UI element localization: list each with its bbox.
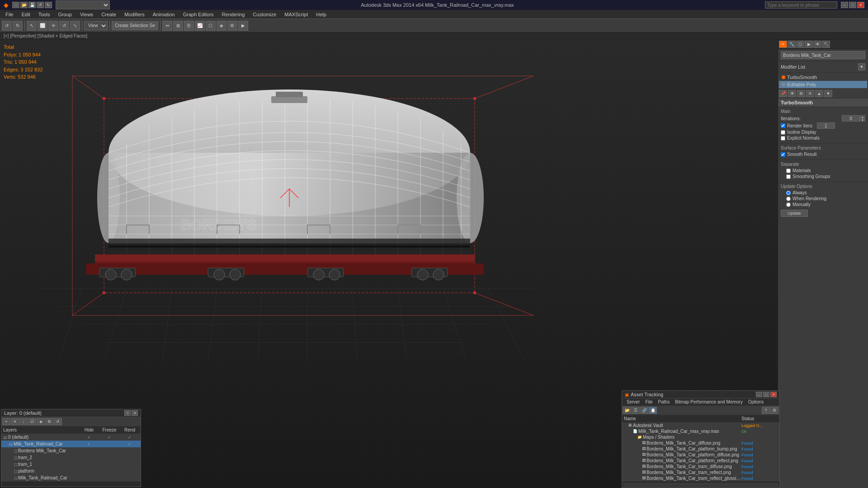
isoline-checkbox[interactable] (781, 130, 785, 135)
asset-tb-help[interactable]: ? (762, 407, 770, 414)
render-btn[interactable]: ▶ (238, 21, 248, 31)
layer-row-platform[interactable]: ◻ platform (1, 468, 141, 474)
layer-row-bordens[interactable]: ◻ Bordens Milk_Tank_Car (1, 447, 141, 454)
select-region-btn[interactable]: ⬜ (38, 21, 47, 31)
menu-file[interactable]: File (2, 11, 17, 18)
layer-help-btn[interactable]: ? (124, 410, 131, 416)
asset-menu-options[interactable]: Options (745, 399, 766, 405)
asset-maximize-btn[interactable]: □ (763, 392, 769, 397)
asset-row-platform-bump[interactable]: 🖼 Bordens_Milk_Tank_Car_platform_bump.pn… (622, 446, 779, 452)
menu-customize[interactable]: Customize (249, 11, 280, 18)
asset-row-tram-diffuse[interactable]: 🖼 Bordens_Milk_Tank_Car_tram_diffuse.png… (622, 464, 779, 469)
save-btn[interactable]: 💾 (28, 2, 36, 8)
menu-modifiers[interactable]: Modifiers (121, 11, 148, 18)
menu-edit[interactable]: Edit (18, 11, 34, 18)
menu-rendering[interactable]: Rendering (218, 11, 249, 18)
workspace-select[interactable] (56, 0, 110, 9)
move-btn[interactable]: ✛ (48, 21, 58, 31)
layer-delete-btn[interactable]: ✕ (11, 418, 19, 425)
asset-row-diffuse[interactable]: 🖼 Bordens_Milk_Tank_Car_diffuse.png Foun… (622, 440, 779, 446)
render-setup-btn[interactable]: ⚙ (227, 21, 237, 31)
always-radio[interactable] (786, 191, 791, 195)
asset-tb-2[interactable]: ☰ (632, 407, 640, 414)
smoothing-groups-checkbox[interactable] (786, 174, 791, 179)
iterations-input[interactable] (842, 115, 860, 122)
modifier-turbosmooth[interactable]: TurboSmooth (779, 74, 867, 81)
asset-menu-server[interactable]: Server (624, 399, 642, 405)
layer-row-default[interactable]: 🗂 0 (default) ✓ ✓ ✓ (1, 434, 141, 441)
asset-tb-1[interactable]: 📂 (623, 407, 631, 414)
menu-help[interactable]: Help (312, 11, 330, 18)
redo-btn[interactable]: ↻ (45, 2, 52, 8)
asset-row-tram-glossiness[interactable]: 🖼 Bordens_Milk_Tank_Car_tram_reflect_glo… (622, 475, 779, 481)
schematic-btn[interactable]: ⬡ (206, 21, 216, 31)
mod-delete-icon[interactable]: ✕ (806, 90, 814, 97)
smooth-result-checkbox[interactable] (781, 152, 785, 157)
asset-tb-3[interactable]: 🔗 (640, 407, 648, 414)
mod-show-icon[interactable]: 👁 (788, 90, 796, 97)
undo-btn[interactable]: ↺ (37, 2, 44, 8)
menu-animation[interactable]: Animation (149, 11, 179, 18)
asset-menu-file[interactable]: File (642, 399, 655, 405)
menu-create[interactable]: Create (98, 11, 120, 18)
rpanel-modify-icon[interactable]: 🔧 (788, 41, 796, 48)
layer-row-milk-tank2[interactable]: ◻ Milk_Tank_Railroad_Car (1, 474, 141, 481)
asset-row-maps[interactable]: 📁 Maps / Shaders (622, 434, 779, 440)
asset-menu-paths[interactable]: Paths (656, 399, 673, 405)
rpanel-create-icon[interactable]: + (779, 41, 787, 48)
mod-move-down-icon[interactable]: ▼ (824, 90, 832, 97)
layer-refresh-btn[interactable]: ↺ (54, 418, 62, 425)
align-btn[interactable]: ⊞ (173, 21, 183, 31)
asset-row-maxfile[interactable]: 📄 Milk_Tank_Railroad_Car_max_vray.max Ok (622, 428, 779, 434)
layer-mgr-btn[interactable]: ☰ (184, 21, 194, 31)
modifier-editablepoly[interactable]: Editable Poly (779, 81, 867, 88)
create-selection-btn[interactable]: Create Selection Se (112, 21, 158, 30)
asset-menu-bitmap[interactable]: Bitmap Performance and Memory (672, 399, 745, 405)
open-btn[interactable]: 📂 (20, 2, 28, 8)
mod-pin-icon[interactable]: 📌 (779, 90, 787, 97)
layer-close-btn[interactable]: ✕ (132, 410, 138, 416)
menu-views[interactable]: Views (76, 11, 97, 18)
layer-properties-btn[interactable]: ⚙ (45, 418, 53, 425)
minimize-btn[interactable]: – (841, 2, 848, 8)
view-select[interactable]: View (84, 21, 108, 30)
modifier-dropdown-btn[interactable]: ▼ (858, 63, 865, 70)
mod-config-icon[interactable]: ⚙ (797, 90, 805, 97)
rpanel-hierarchy-icon[interactable]: ⬡ (796, 41, 804, 48)
asset-row-platform-diffuse[interactable]: 🖼 Bordens_Milk_Tank_Car_platform_diffuse… (622, 452, 779, 458)
layer-add-sel-btn[interactable]: ↓ (19, 418, 28, 425)
asset-row-platform-reflect[interactable]: 🖼 Bordens_Milk_Tank_Car_platform_reflect… (622, 458, 779, 464)
mirror-btn[interactable]: ⇔ (162, 21, 172, 31)
undo-toolbar-btn[interactable]: ↺ (2, 21, 12, 31)
iterations-down[interactable]: ▼ (860, 118, 865, 122)
redo-toolbar-btn[interactable]: ↻ (13, 21, 23, 31)
layer-scrollbar-h[interactable] (1, 481, 141, 487)
rpanel-display-icon[interactable]: 👁 (813, 41, 821, 48)
menu-tools[interactable]: Tools (35, 11, 54, 18)
explicit-normals-checkbox[interactable] (781, 136, 785, 141)
materials-checkbox[interactable] (786, 169, 791, 173)
asset-tb-settings[interactable]: ⚙ (770, 407, 778, 414)
layer-row-milk-tank[interactable]: 🗂 Milk_Tank_Railroad_Car ✓ ✓ (1, 441, 141, 447)
scale-btn[interactable]: ⤡ (70, 21, 80, 31)
asset-minimize-btn[interactable]: – (756, 392, 762, 397)
menu-maxscript[interactable]: MAXScript (281, 11, 311, 18)
rpanel-motion-icon[interactable]: ▶ (805, 41, 813, 48)
new-btn[interactable]: □ (12, 2, 19, 8)
asset-close-btn[interactable]: ✕ (770, 392, 777, 397)
layer-row-tram2[interactable]: ◻ tram_2 (1, 454, 141, 461)
curve-editor-btn[interactable]: 📈 (195, 21, 205, 31)
update-btn[interactable]: Update (781, 210, 808, 217)
mod-move-up-icon[interactable]: ▲ (815, 90, 823, 97)
select-btn[interactable]: ↖ (27, 21, 37, 31)
rotate-btn[interactable]: ↺ (59, 21, 69, 31)
object-name-input[interactable] (781, 51, 865, 59)
when-rendering-radio[interactable] (786, 197, 791, 201)
iterations-spinner[interactable]: ▲ ▼ (860, 115, 865, 122)
manually-radio[interactable] (786, 202, 791, 207)
asset-row-vault[interactable]: 🏛 Autodesk Vault Logged O... (622, 422, 779, 428)
asset-hscrollbar[interactable] (623, 483, 778, 487)
layer-new-btn[interactable]: + (2, 418, 10, 425)
layer-select-btn[interactable]: ☑ (28, 418, 36, 425)
render-iters-checkbox[interactable] (781, 123, 785, 128)
